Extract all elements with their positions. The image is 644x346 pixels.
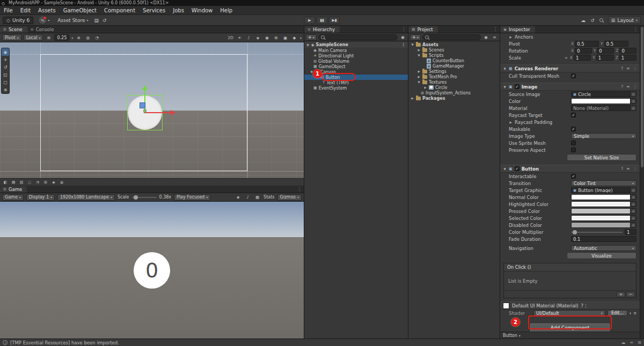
drawmode-wireframe-icon[interactable]: ▤ (10, 179, 17, 185)
help-icon[interactable]: ? (621, 84, 623, 89)
scale-z-field[interactable]: 1 (619, 55, 636, 61)
stats-toggle[interactable]: Stats (264, 195, 274, 200)
create-asset-button[interactable]: +▾ (410, 34, 421, 40)
remove-listener-button[interactable]: − (626, 292, 635, 297)
hierarchy-item-gameobject[interactable]: ▦ GameObject (304, 64, 408, 69)
project-options-icon[interactable]: ≡ (491, 34, 498, 40)
layout-dropdown[interactable]: ⊞ Layout ▾ (608, 16, 641, 24)
gizmo-x-axis[interactable] (145, 112, 171, 113)
scale-y-field[interactable]: 1 (596, 55, 614, 61)
lighting-toggle[interactable]: ☀ (236, 34, 243, 41)
drawmode-sphere-icon[interactable]: ○ (26, 179, 33, 185)
undo-history-icon[interactable]: ↺ (103, 18, 107, 23)
project-item-textures[interactable]: ▼ Textures (408, 79, 500, 85)
pivot-x-field[interactable]: 0.5 (575, 41, 599, 47)
eyedropper-icon[interactable]: ⊙ (630, 99, 636, 104)
expand-arrow[interactable]: ▼ (503, 67, 507, 70)
component-menu-icon[interactable]: ⋮ (633, 66, 638, 71)
gizmos-dropdown-game[interactable]: Gizmos▾ (277, 194, 302, 201)
fade-duration-field[interactable]: 0.1 (571, 236, 636, 242)
project-search-input[interactable] (422, 34, 481, 40)
object-picker-icon[interactable]: ⊙ (630, 188, 636, 193)
menu-window[interactable]: Window (188, 8, 216, 13)
menu-component[interactable]: Component (100, 8, 139, 13)
expand-arrow[interactable]: ▶ (417, 75, 421, 78)
handle-orientation-dropdown[interactable]: Local▾ (24, 34, 43, 41)
color-field[interactable]: ⊙ (571, 98, 636, 104)
pressed-color-field[interactable]: ⊙ (571, 208, 636, 214)
grid-visibility-dropdown[interactable]: ⊞ (273, 34, 280, 41)
tab-hierarchy[interactable]: ≡ Hierarchy (304, 26, 340, 33)
source-image-field[interactable]: ▣ Circle ⊙ (571, 91, 636, 97)
pivot-y-field[interactable]: 0.5 (604, 41, 628, 47)
play-focused-dropdown[interactable]: Play Focused▾ (174, 194, 210, 201)
material-header[interactable]: Default UI Material (Material) ?⋮ (500, 301, 640, 310)
selected-color-field[interactable]: ⊙ (571, 215, 636, 221)
menu-file[interactable]: File (0, 8, 17, 13)
asset-bundle-dropdown[interactable]: Button (503, 333, 517, 338)
rect-tool-button[interactable]: ▢ (2, 78, 9, 86)
menu-help[interactable]: Help (216, 8, 236, 13)
snap-rotate-icon[interactable]: ◍ (84, 34, 91, 41)
status-cloud-icon[interactable]: ☁ (621, 340, 626, 345)
hierarchy-pick-icon[interactable]: ◉ (399, 34, 406, 40)
rotation-x-field[interactable]: 0 (575, 48, 592, 54)
hierarchy-search-input[interactable] (318, 34, 398, 40)
status-message[interactable]: [TMP Essential Resources] have been impo… (10, 340, 119, 345)
hierarchy-scene-row[interactable]: ▼ ◆ SampleScene ⋮ (304, 42, 408, 48)
tab-scene[interactable]: ⊞ Scene (0, 26, 27, 33)
search-icon[interactable] (599, 18, 603, 22)
menu-services[interactable]: Services (139, 8, 169, 13)
scale-link-icon[interactable]: ∞ (565, 56, 568, 60)
history-icon[interactable]: ↺ (590, 18, 595, 23)
visibility-toggle[interactable]: ◉ (264, 34, 270, 41)
navigation-dropdown[interactable]: Automatic▾ (571, 245, 636, 251)
hierarchy-item-main-camera[interactable]: ◉ Main Camera (304, 48, 408, 53)
hierarchy-item-directional-light[interactable]: ☀ Directional Light (304, 53, 408, 58)
preserve-aspect-checkbox[interactable] (571, 148, 576, 152)
2d-toggle[interactable]: 2D (227, 34, 234, 41)
presets-icon[interactable]: ≡ (626, 84, 630, 89)
transition-dropdown[interactable]: Color Tint▾ (571, 180, 636, 186)
raycast-target-checkbox[interactable]: ✓ (571, 113, 576, 117)
raycast-padding-row[interactable]: ▶ Raycast Padding (500, 119, 640, 126)
use-sprite-mesh-checkbox[interactable] (571, 141, 576, 145)
slider-knob[interactable] (573, 230, 577, 234)
object-picker-icon[interactable]: ⊙ (630, 92, 636, 97)
menu-gameobject[interactable]: GameObject (60, 8, 100, 13)
create-object-button[interactable]: +▾ (306, 34, 317, 40)
display-dropdown[interactable]: Display 1▾ (26, 194, 55, 201)
target-graphic-field[interactable]: ▣ Button (Image) ⊙ (571, 187, 636, 193)
button-component-header[interactable]: ▼ ▣ ✓ Button ?≡⋮ (500, 165, 640, 173)
tab-console[interactable]: ≡ Console (27, 26, 59, 33)
inspector-menu-icon[interactable]: ⋮ (633, 27, 638, 32)
scale-tool-button[interactable]: ◱ (2, 71, 9, 78)
eyedropper-icon[interactable]: ⊙ (630, 216, 636, 220)
disabled-color-field[interactable]: ⊙ (571, 222, 636, 228)
hierarchy-item-eventsystem[interactable]: ▦ EventSystem (304, 85, 408, 91)
color-multiplier-value[interactable]: 1 (625, 229, 636, 235)
scene-viewport[interactable]: 0 ◉ + ↺ ◱ ▢ ⊕ ◧ ▤ ▥ ○ ◔ ⊞ ◈ ◍ (0, 42, 304, 186)
add-listener-button[interactable]: + (617, 292, 625, 297)
chevron-down-icon[interactable]: ▾ (71, 36, 73, 40)
effects-dropdown[interactable]: ◈ (254, 34, 261, 41)
play-button[interactable]: ▶ (304, 17, 316, 24)
shader-menu-icon[interactable]: ≡ (633, 311, 636, 315)
expand-arrow[interactable]: ▼ (417, 54, 421, 57)
snap-move-icon[interactable]: ⊕ (75, 34, 82, 41)
component-menu-icon[interactable]: ⋮ (583, 303, 588, 308)
unity-version-button[interactable]: ◇ Unity 6 (3, 17, 33, 24)
expand-arrow[interactable]: ▼ (503, 85, 507, 89)
help-icon[interactable]: ? (621, 66, 623, 71)
object-picker-icon[interactable]: ⊙ (630, 106, 636, 111)
scale-slider[interactable] (132, 197, 157, 198)
eyedropper-icon[interactable]: ⊙ (630, 202, 636, 207)
status-console-icon[interactable]: ≡ (630, 340, 634, 345)
eyedropper-icon[interactable]: ⊙ (630, 223, 636, 227)
game-button-circle[interactable]: 0 (134, 252, 170, 289)
presets-icon[interactable]: ≡ (626, 66, 630, 71)
gizmo-xy-handle[interactable] (140, 102, 145, 108)
image-type-dropdown[interactable]: Simple▾ (571, 133, 636, 139)
component-menu-icon[interactable]: ⋮ (633, 84, 638, 89)
component-menu-icon[interactable]: ⋮ (633, 166, 638, 171)
